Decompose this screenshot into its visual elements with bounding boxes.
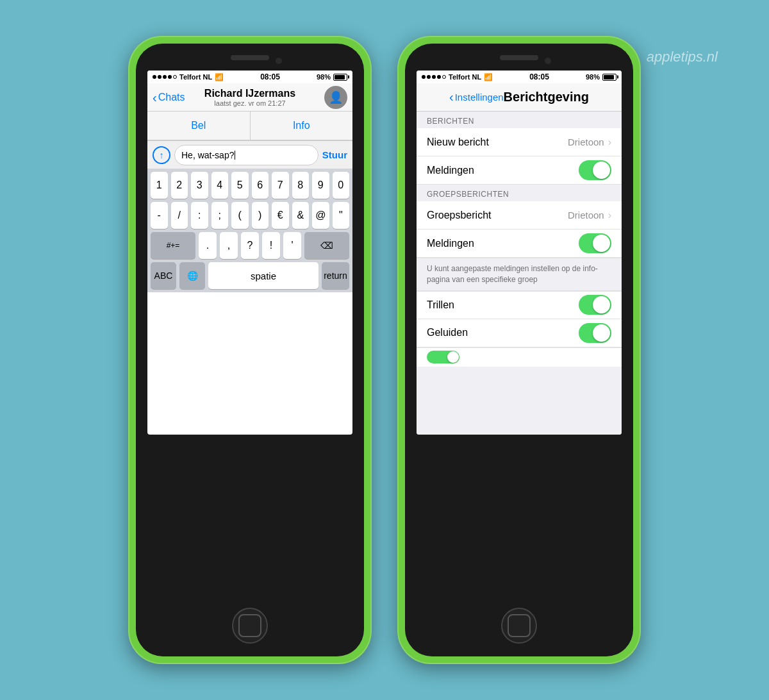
back-button-left[interactable]: ‹ Chats	[153, 91, 185, 104]
toggle-geluiden[interactable]	[579, 323, 611, 343]
message-text: He, wat-sap?	[181, 150, 234, 160]
row-arrow-groepsbericht: ›	[608, 210, 611, 221]
kb-key-0[interactable]: 0	[333, 172, 350, 199]
row-label-geluiden: Geluiden	[427, 327, 579, 338]
nav-bar-right: ‹ Instellingen Berichtgeving	[417, 83, 622, 112]
kb-key-colon[interactable]: :	[191, 202, 208, 229]
info-button[interactable]: Info	[251, 112, 353, 140]
kb-key-amp[interactable]: &	[292, 202, 310, 229]
settings-row-meldingen-1[interactable]: Meldingen	[417, 156, 622, 185]
settings-row-trillen[interactable]: Trillen	[417, 291, 622, 319]
back-arrow-icon-right: ‹	[449, 90, 454, 104]
row-label-meldingen-1: Meldingen	[427, 165, 579, 176]
settings-row-geluiden[interactable]: Geluiden	[417, 319, 622, 347]
phone-right: Telfort NL 📶 08:05 98% ‹ Ins	[397, 36, 641, 664]
screen-right: Telfort NL 📶 08:05 98% ‹ Ins	[417, 71, 622, 435]
toggle-meldingen-1[interactable]	[579, 160, 611, 180]
kb-key-3[interactable]: 3	[191, 172, 208, 199]
kb-key-9[interactable]: 9	[312, 172, 329, 199]
row-label-nieuw-bericht: Nieuw bericht	[427, 137, 568, 148]
settings-row-groepsbericht[interactable]: Groepsbericht Drietoon ›	[417, 201, 622, 229]
watermark-right: appletips.nl	[647, 49, 718, 65]
kb-key-question[interactable]: ?	[241, 232, 259, 259]
kb-key-return[interactable]: return	[322, 262, 349, 289]
settings-row-meldingen-2[interactable]: Meldingen	[417, 229, 622, 258]
kb-key-at[interactable]: @	[312, 202, 329, 229]
kb-key-slash[interactable]: /	[171, 202, 188, 229]
kb-key-rparen[interactable]: )	[252, 202, 269, 229]
wifi-icon-left: 📶	[215, 73, 224, 81]
row-value-nieuw-bericht: Drietoon	[568, 137, 604, 147]
speaker-right	[500, 55, 538, 60]
kb-key-comma[interactable]: ,	[220, 232, 238, 259]
speaker-left	[231, 55, 269, 60]
toggle-knob-meldingen-2	[593, 235, 610, 252]
kb-key-euro[interactable]: €	[272, 202, 289, 229]
battery-icon-right	[602, 74, 616, 81]
battery-icon-left	[333, 74, 347, 81]
kb-key-4[interactable]: 4	[211, 172, 229, 199]
home-button-inner-left	[238, 614, 261, 637]
row-label-trillen: Trillen	[427, 299, 579, 311]
back-label-right: Instellingen	[455, 92, 504, 103]
toggle-knob-meldingen-1	[593, 162, 610, 179]
kb-key-exclaim[interactable]: !	[262, 232, 280, 259]
home-button-inner-right	[508, 614, 531, 637]
kb-row-symbols: - / : ; ( ) € & @ "	[147, 199, 352, 229]
settings-row-nieuw-bericht[interactable]: Nieuw bericht Drietoon ›	[417, 128, 622, 156]
kb-key-space[interactable]: spatie	[208, 262, 318, 289]
kb-key-lparen[interactable]: (	[231, 202, 249, 229]
toggle-partial[interactable]	[427, 351, 459, 363]
upload-button[interactable]: ↑	[153, 146, 170, 164]
toggle-meldingen-2[interactable]	[579, 233, 611, 253]
nav-subtitle-left: laatst gez. vr om 21:27	[204, 99, 295, 107]
bel-button[interactable]: Bel	[147, 112, 251, 140]
send-button[interactable]: Stuur	[322, 149, 347, 160]
carrier-left: Telfort NL	[179, 73, 212, 81]
kb-key-abc[interactable]: ABC	[151, 262, 176, 289]
settings-list: BERICHTEN Nieuw bericht Drietoon › Meldi…	[417, 112, 622, 435]
camera-left	[276, 58, 282, 64]
keyboard: 1 2 3 4 5 6 7 8 9 0 - /	[147, 169, 352, 292]
action-buttons: Bel Info	[147, 112, 352, 140]
back-button-right[interactable]: ‹ Instellingen	[449, 90, 504, 104]
kb-key-hash[interactable]: #+=	[151, 232, 195, 259]
kb-key-5[interactable]: 5	[231, 172, 249, 199]
message-input[interactable]: He, wat-sap?	[174, 145, 318, 165]
avatar-left[interactable]: 👤	[324, 86, 347, 109]
toggle-trillen[interactable]	[579, 295, 611, 315]
nav-title-left: Richard IJzermans	[204, 88, 295, 99]
kb-key-apos[interactable]: '	[283, 232, 301, 259]
time-right: 08:05	[529, 72, 549, 81]
settings-note: U kunt aangepaste meldingen instellen op…	[417, 258, 622, 291]
kb-key-7[interactable]: 7	[272, 172, 289, 199]
row-label-meldingen-2: Meldingen	[427, 238, 579, 249]
camera-right	[545, 58, 551, 64]
kb-key-dash[interactable]: -	[151, 202, 168, 229]
kb-key-period[interactable]: .	[199, 232, 217, 259]
wifi-icon-right: 📶	[484, 73, 493, 81]
home-button-right[interactable]	[501, 608, 537, 644]
kb-key-6[interactable]: 6	[252, 172, 269, 199]
kb-key-globe[interactable]: 🌐	[179, 262, 205, 289]
kb-row-bottom: ABC 🌐 spatie return	[147, 259, 352, 292]
home-button-left[interactable]	[232, 608, 268, 644]
input-bar: ↑ He, wat-sap? Stuur	[147, 140, 352, 169]
kb-key-semicolon[interactable]: ;	[211, 202, 229, 229]
carrier-right: Telfort NL	[449, 73, 481, 81]
row-label-groepsbericht: Groepsbericht	[427, 210, 568, 221]
phone-left: Telfort NL 📶 08:05 98% ‹ Cha	[128, 36, 372, 664]
screen-left: Telfort NL 📶 08:05 98% ‹ Cha	[147, 71, 352, 435]
kb-key-1[interactable]: 1	[151, 172, 168, 199]
back-arrow-icon-left: ‹	[153, 91, 157, 104]
kb-key-backspace[interactable]: ⌫	[304, 232, 349, 259]
row-arrow-nieuw-bericht: ›	[608, 137, 611, 148]
kb-key-8[interactable]: 8	[292, 172, 310, 199]
toggle-knob-partial	[447, 351, 459, 363]
section-header-groepsberichten: GROEPSBERICHTEN	[417, 185, 622, 201]
kb-key-2[interactable]: 2	[171, 172, 188, 199]
toggle-knob-geluiden	[593, 324, 610, 342]
nav-title-right: Berichtgeving	[504, 90, 589, 104]
kb-key-quote[interactable]: "	[333, 202, 350, 229]
status-bar-right: Telfort NL 📶 08:05 98%	[417, 71, 622, 83]
